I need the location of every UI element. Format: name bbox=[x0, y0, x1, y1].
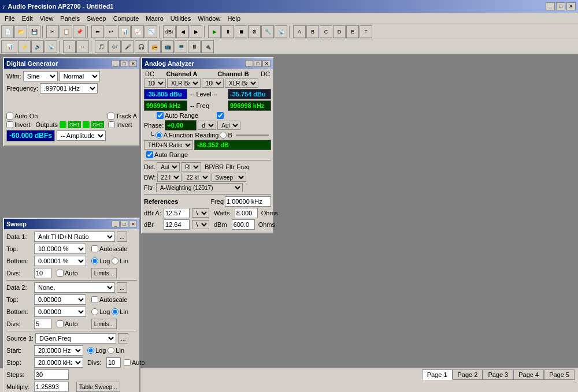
tb-btn-16[interactable]: C bbox=[320, 25, 332, 38]
data2-dots-button[interactable]: ... bbox=[117, 282, 127, 293]
data1-dots-button[interactable]: ... bbox=[117, 232, 127, 242]
tb2-btn-4[interactable]: 📡 bbox=[45, 40, 57, 53]
dg-close[interactable]: ✕ bbox=[129, 60, 137, 67]
tb-btn-5[interactable]: 📊 bbox=[118, 25, 131, 38]
autoscale2-check[interactable] bbox=[91, 296, 98, 303]
bottom1-select[interactable]: 0.00001 % bbox=[34, 256, 86, 266]
start-select[interactable]: 20.0000 Hz bbox=[34, 345, 83, 356]
multiply-input[interactable] bbox=[34, 382, 69, 392]
tb-btn-10[interactable]: ▶ bbox=[190, 25, 202, 38]
top2-select[interactable]: 0.00000 bbox=[34, 294, 86, 305]
tb2-btn-5[interactable]: ↕ bbox=[63, 40, 76, 53]
tb-btn-9[interactable]: ◀ bbox=[176, 25, 189, 38]
tb2-btn-1[interactable]: 📊 bbox=[1, 40, 17, 53]
minimize-button[interactable]: _ bbox=[546, 2, 555, 10]
stop-button[interactable]: ⏹ bbox=[235, 25, 247, 38]
auto1-check[interactable] bbox=[57, 270, 64, 277]
page-tab-2[interactable]: Page 2 bbox=[453, 369, 483, 380]
tb2-btn-9[interactable]: 🎤 bbox=[121, 40, 134, 53]
tb2-btn-3[interactable]: 🔊 bbox=[31, 40, 44, 53]
divs3-input[interactable] bbox=[106, 357, 121, 368]
stop-select[interactable]: 20.0000 kHz bbox=[34, 357, 83, 368]
data1-select[interactable]: Anlr.THD+N Ratio bbox=[34, 232, 115, 242]
invert2-label[interactable]: Invert bbox=[108, 121, 132, 128]
auto2-check[interactable] bbox=[57, 320, 64, 327]
tb2-btn-2[interactable]: ⚡ bbox=[18, 40, 31, 53]
menu-help[interactable]: Help bbox=[224, 14, 244, 23]
rms-select[interactable]: RMS bbox=[181, 162, 201, 171]
tb2-btn-13[interactable]: 💻 bbox=[175, 40, 187, 53]
log1-radio[interactable] bbox=[91, 257, 98, 264]
tb-btn-11[interactable]: ⚙ bbox=[248, 25, 261, 38]
menu-window[interactable]: Window bbox=[194, 14, 224, 23]
dbr-a-input[interactable] bbox=[164, 208, 190, 218]
autoscale2-label[interactable]: Autoscale bbox=[91, 296, 127, 303]
tb-btn-17[interactable]: D bbox=[333, 25, 346, 38]
steps-input[interactable] bbox=[34, 369, 69, 380]
tb2-btn-8[interactable]: 🎶 bbox=[108, 40, 121, 53]
tb2-btn-15[interactable]: 🔌 bbox=[201, 40, 214, 53]
auto-range-check-label[interactable]: Auto Range bbox=[157, 112, 198, 119]
watts-input[interactable] bbox=[235, 208, 258, 218]
auto-range-check[interactable] bbox=[157, 112, 164, 119]
page-tab-4[interactable]: Page 4 bbox=[513, 369, 544, 380]
save-button[interactable]: 💾 bbox=[28, 25, 40, 38]
tb2-btn-12[interactable]: 📺 bbox=[161, 40, 174, 53]
menu-macro[interactable]: Macro bbox=[142, 14, 167, 23]
tb-btn-4[interactable]: ↩ bbox=[105, 25, 117, 38]
log3-label[interactable]: Log bbox=[87, 347, 106, 354]
log1-label[interactable]: Log bbox=[91, 257, 110, 264]
menu-edit[interactable]: Edit bbox=[18, 14, 36, 23]
menu-compute[interactable]: Compute bbox=[110, 14, 143, 23]
menu-sweep[interactable]: Sweep bbox=[83, 14, 110, 23]
det-select[interactable]: Auto bbox=[157, 162, 180, 171]
page-tab-1[interactable]: Page 1 bbox=[422, 369, 453, 380]
range-right-select[interactable]: 100 I bbox=[202, 79, 224, 88]
autoscale1-check[interactable] bbox=[91, 245, 98, 252]
thdn-select[interactable]: THD+N Ratio bbox=[144, 140, 193, 150]
tb2-btn-10[interactable]: 🎧 bbox=[135, 40, 147, 53]
filter-select[interactable]: A-Weighting (12017) bbox=[156, 183, 243, 192]
auto3-label[interactable]: Auto bbox=[124, 359, 145, 366]
track-a-label[interactable]: Track A bbox=[108, 113, 137, 120]
phase-unit-select[interactable]: deg bbox=[198, 121, 216, 130]
source1-dots-button[interactable]: ... bbox=[118, 333, 128, 344]
tb2-btn-14[interactable]: 🖥 bbox=[188, 40, 201, 53]
tb2-btn-11[interactable]: 📻 bbox=[148, 40, 161, 53]
auto1-label[interactable]: Auto bbox=[57, 270, 78, 277]
freq-ref-input[interactable] bbox=[225, 196, 271, 207]
auto3-check[interactable] bbox=[124, 359, 131, 366]
limits1-button[interactable]: Limits... bbox=[91, 268, 117, 278]
aa-close[interactable]: ✕ bbox=[262, 60, 271, 67]
tb2-btn-7[interactable]: 🎵 bbox=[95, 40, 108, 53]
auto2-label[interactable]: Auto bbox=[57, 320, 78, 327]
sweep-track-select[interactable]: Sweep Track bbox=[212, 173, 246, 182]
page-tab-3[interactable]: Page 3 bbox=[483, 369, 513, 380]
menu-utilities[interactable]: Utilities bbox=[167, 14, 194, 23]
divs1-input[interactable] bbox=[34, 268, 51, 278]
aa-minimize[interactable]: _ bbox=[245, 60, 253, 67]
auto-on-check[interactable] bbox=[6, 113, 13, 120]
tb-btn-18[interactable]: E bbox=[346, 25, 359, 38]
cut-button[interactable]: ✂ bbox=[46, 25, 59, 38]
log2-radio[interactable] bbox=[91, 308, 98, 315]
dbm-input[interactable] bbox=[232, 219, 255, 230]
invert2-check[interactable] bbox=[108, 121, 115, 128]
log3-radio[interactable] bbox=[87, 347, 94, 354]
bottom2-select[interactable]: 0.00000 bbox=[34, 307, 86, 317]
dg-minimize[interactable]: _ bbox=[112, 60, 120, 67]
amplitude-select[interactable]: -- Amplitude bbox=[57, 130, 106, 141]
copy-button[interactable]: 📋 bbox=[60, 25, 72, 38]
auto-range2-checkbox[interactable] bbox=[146, 151, 153, 158]
auto-range2-check-label[interactable] bbox=[217, 112, 224, 119]
aa-maximize[interactable]: □ bbox=[254, 60, 262, 67]
play-button[interactable]: ▶ bbox=[208, 25, 221, 38]
window-controls[interactable]: _ □ ✕ bbox=[546, 2, 576, 10]
new-button[interactable]: 📄 bbox=[1, 25, 14, 38]
divs2-input[interactable] bbox=[34, 319, 51, 329]
tb-btn-7[interactable]: 📉 bbox=[144, 25, 157, 38]
auto-range2-check[interactable] bbox=[217, 112, 224, 119]
sw-close[interactable]: ✕ bbox=[129, 221, 137, 227]
dg-maximize[interactable]: □ bbox=[120, 60, 128, 67]
tb-btn-15[interactable]: B bbox=[306, 25, 319, 38]
